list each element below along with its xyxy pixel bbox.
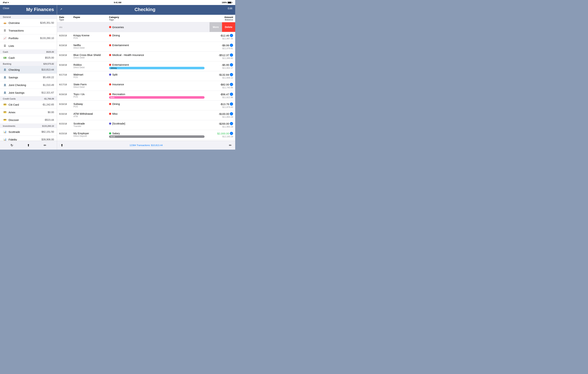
transactions-label: Transactions (9, 29, 54, 32)
cat-name: Recreation (112, 93, 125, 96)
checking-value: $10,813.44 (42, 68, 54, 71)
tx-category: Split (109, 73, 205, 76)
tx-balance: $11,089.80 (222, 57, 233, 60)
table-row[interactable]: 6/15/18 Scottrade Transfer [Scottrade] -… (57, 120, 235, 130)
swipe-more-button[interactable]: More (210, 22, 222, 32)
sidebar-item-portfolio[interactable]: 📈 Portfolio $133,260.10 (0, 34, 57, 42)
edit-button[interactable]: Edit (228, 7, 232, 10)
table-row[interactable]: 6/14/18 Cinema 10 POS Entertainment -$36… (57, 140, 235, 141)
sidebar-item-scottrade[interactable]: 📊 Scottrade $62,151.50 (0, 128, 57, 136)
check-icon: ✓ (230, 83, 233, 86)
sidebar-content[interactable]: General 🥧 Overview $245,351.50 ☰ Transac… (0, 15, 57, 141)
tx-payee: Roblox (74, 63, 109, 66)
sidebar-item-amex[interactable]: 💳 Amex $0.00 (0, 108, 57, 116)
lists-label: Lists (9, 44, 54, 47)
tx-category: Medical - Health Insurance (109, 53, 205, 56)
tx-category: Recreation Beth (109, 93, 205, 99)
cat-name: Entertainment (112, 63, 129, 66)
section-credit-cards: Credit Cards -$1,766.09 (0, 96, 57, 101)
status-bar: iPad ▾ 9:41 AM 100% (0, 0, 235, 5)
citi-icon: 💳 (3, 103, 7, 106)
tx-balance: $11,602.17 (222, 67, 233, 69)
table-row[interactable]: 6/20/18 Krispy Kreme POS Dining -$12.46 … (57, 32, 235, 42)
tx-category: Entertainment Johnny (109, 63, 205, 69)
tx-category: Insurance (109, 83, 205, 86)
tx-type: Transfer (74, 125, 109, 127)
tx-balance: $11,822.96 (222, 96, 233, 99)
tx-amount-col: $2,000.00 ✓ $12,193.19 (205, 132, 233, 138)
check-icon: ✓ (230, 112, 233, 115)
table-row[interactable]: 6/17/18 State Farm Direct Debit Insuranc… (57, 81, 235, 91)
table-row[interactable]: 6/16/18 ATM Withdrawal ATM Misc -$100.00… (57, 110, 235, 120)
tx-balance: $12,193.19 (222, 135, 233, 138)
tx-amount: -$82.00 (220, 83, 229, 86)
fidelity-label: Fidelity (9, 138, 42, 141)
sidebar-item-checking[interactable]: 🏦 Checking $10,813.44 (0, 66, 57, 73)
sidebar-item-cash[interactable]: 💵 Cash $525.00 (0, 54, 57, 62)
footer-share-icon[interactable]: ⬆ (61, 143, 63, 147)
swipe-delete-button[interactable]: Delete (222, 22, 235, 32)
tx-balance: $11,740.96 (222, 86, 233, 89)
main-header: ↗ Checking Edit (57, 5, 235, 15)
th-date: Date Type (59, 16, 74, 21)
tx-amount-col: -$9.99 ✓ $11,079.81 (205, 44, 233, 50)
main-title: Checking (135, 7, 155, 12)
cat-name: Entertainment (112, 44, 129, 47)
table-row[interactable]: 6/15/18 My Employer Direct Deposit Salar… (57, 130, 235, 140)
tx-date: 6/17/18 (59, 83, 74, 86)
tx-balance: $11,608.12 (222, 77, 233, 79)
tx-payee: Krispy Kreme (74, 34, 109, 37)
cat-dot (109, 73, 111, 76)
sidebar-item-joint-savings[interactable]: 🏦 Joint Savings $12,321.67 (0, 89, 57, 96)
table-row[interactable]: 6/19/18 Netflix Direct Debit Entertainme… (57, 42, 235, 52)
swipe-actions: More Delete (210, 22, 235, 32)
discover-icon: 💳 (3, 118, 7, 122)
sidebar-item-joint-checking[interactable]: 🏦 Joint Checking $1,010.49 (0, 81, 57, 89)
footer-compose-icon[interactable]: ✏ (229, 143, 232, 147)
sidebar-item-lists[interactable]: ☰ Lists (0, 42, 57, 50)
share-icon[interactable]: ⬆ (27, 143, 30, 147)
tx-payee-col: Walmart POS (74, 73, 109, 79)
table-row[interactable]: 6/16/18 Toys r Us POS Recreation Beth -$… (57, 91, 235, 101)
refresh-icon[interactable]: ↻ (10, 143, 13, 147)
table-row[interactable]: 6/16/18 Subway POS Dining -$13.76 ✓ (57, 101, 235, 110)
sidebar-item-fidelity[interactable]: 📊 Fidelity $39,906.00 (0, 136, 57, 141)
th-amount: Amount Balance (205, 16, 233, 21)
section-banking: Banking $29,575.82 (0, 62, 57, 66)
sidebar-item-citi[interactable]: 💳 Citi Card -$1,242.65 (0, 101, 57, 108)
check-icon: ✓ (230, 122, 233, 125)
tx-amount-col: -$100.00 ✓ $11,893.19 (205, 112, 233, 118)
tx-amount: -$13.76 (220, 103, 229, 106)
table-headers: Date Type Payee Category Tags Amount Bal… (57, 15, 235, 22)
check-icon: ✓ (230, 73, 233, 76)
cat-name: [Scottrade] (112, 122, 125, 125)
tx-amount: -$9.99 (221, 44, 229, 47)
sidebar-item-discover[interactable]: 💳 Discover -$523.44 (0, 116, 57, 124)
tx-amount-col: -$12.46 ✓ $11,067.35 (205, 34, 233, 40)
app-container: Close My Finances General 🥧 Overview $24… (0, 5, 235, 150)
table-row[interactable]: 6/18/18 Roblox Direct Debit Entertainmen… (57, 62, 235, 71)
transactions-list[interactable]: cks Groceries -$253.91 ✓ $10,812.44 (57, 22, 235, 141)
table-row[interactable]: 6/19/18 Blue Cross Blue Shield Direct De… (57, 52, 235, 62)
savings-label: Savings (9, 76, 43, 79)
swiped-transaction-row[interactable]: cks Groceries -$253.91 ✓ $10,812.44 (57, 22, 235, 32)
check-icon: ✓ (230, 93, 233, 96)
close-button[interactable]: Close (3, 7, 9, 10)
tx-type: Direct Debit (74, 47, 109, 49)
portfolio-icon: 📈 (3, 36, 7, 40)
tx-amount: -$100.00 (219, 112, 229, 115)
tx-date: 6/15/18 (59, 132, 74, 135)
joint-savings-icon: 🏦 (3, 91, 7, 94)
joint-checking-value: $1,010.49 (43, 83, 54, 86)
cat-dot (109, 83, 111, 85)
tx-payee-col: Krispy Kreme POS (74, 34, 109, 39)
tx-date: 6/17/18 (59, 73, 74, 76)
sidebar-item-overview[interactable]: 🥧 Overview $245,351.50 (0, 19, 57, 27)
sidebar-item-transactions[interactable]: ☰ Transactions (0, 27, 57, 34)
fidelity-icon: 📊 (3, 137, 7, 141)
expand-icon[interactable]: ↗ (60, 8, 62, 11)
compose-icon[interactable]: ✏ (44, 143, 46, 147)
sidebar-item-savings[interactable]: 🏦 Savings $5,430.22 (0, 73, 57, 81)
table-row[interactable]: 6/17/18 Walmart POS Split -$132.84 ✓ (57, 71, 235, 81)
cat-name: Medical - Health Insurance (112, 53, 144, 56)
